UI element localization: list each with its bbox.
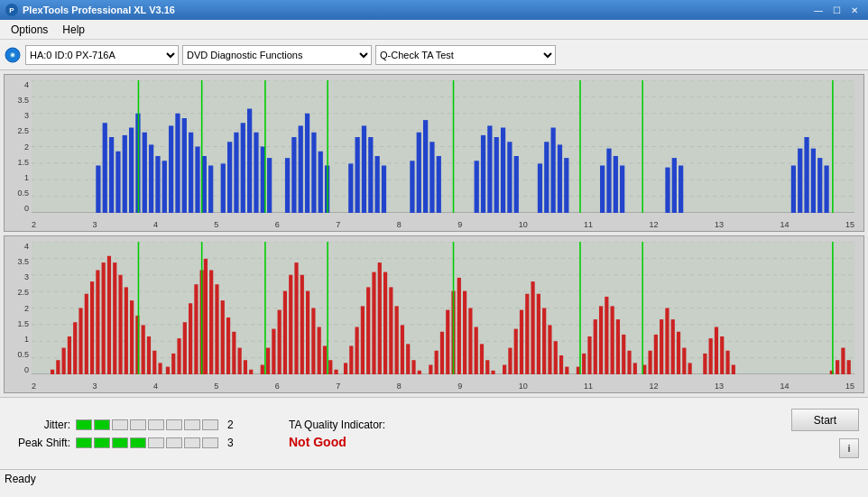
svg-rect-185 <box>537 294 540 374</box>
svg-rect-178 <box>491 371 494 374</box>
svg-rect-130 <box>221 300 225 374</box>
svg-rect-223 <box>847 360 851 374</box>
svg-rect-139 <box>272 329 275 374</box>
svg-rect-99 <box>56 360 60 374</box>
svg-rect-200 <box>622 335 625 374</box>
svg-rect-206 <box>654 335 658 374</box>
svg-rect-51 <box>362 125 366 213</box>
svg-rect-205 <box>648 351 651 374</box>
title-text: PlexTools Professional XL V3.16 <box>23 5 175 15</box>
svg-rect-111 <box>125 287 128 374</box>
close-button[interactable]: ✕ <box>846 3 863 17</box>
svg-rect-167 <box>435 351 439 374</box>
svg-rect-152 <box>344 363 347 374</box>
svg-rect-142 <box>289 275 292 374</box>
svg-rect-127 <box>204 259 208 374</box>
svg-rect-181 <box>514 329 518 374</box>
svg-rect-66 <box>507 142 512 213</box>
peak-shift-label: Peak Shift: <box>9 437 70 449</box>
svg-rect-27 <box>189 133 193 213</box>
info-button[interactable]: i <box>839 438 859 458</box>
svg-rect-194 <box>587 336 591 374</box>
svg-rect-128 <box>209 271 213 375</box>
start-button[interactable]: Start <box>791 409 859 431</box>
svg-rect-174 <box>468 308 472 375</box>
svg-rect-180 <box>508 348 512 374</box>
svg-rect-137 <box>266 348 270 374</box>
device-select[interactable]: HA:0 ID:0 PX-716A <box>25 45 179 65</box>
peak-bar-8 <box>202 437 218 448</box>
svg-rect-162 <box>401 325 404 374</box>
menu-help[interactable]: Help <box>55 22 92 38</box>
svg-rect-46 <box>319 152 323 213</box>
svg-rect-143 <box>294 262 298 374</box>
svg-rect-81 <box>679 166 683 214</box>
jitter-row: Jitter: 2 <box>9 419 262 431</box>
svg-rect-122 <box>183 322 187 374</box>
svg-rect-207 <box>660 319 663 374</box>
cd-icon <box>4 46 22 64</box>
svg-rect-119 <box>166 367 170 374</box>
ta-quality-label: TA Quality Indicator: <box>289 419 469 431</box>
svg-rect-56 <box>417 133 421 213</box>
menu-options[interactable]: Options <box>4 22 55 38</box>
jitter-value: 2 <box>227 419 234 431</box>
jitter-bar-7 <box>184 419 200 430</box>
svg-rect-214 <box>709 338 713 374</box>
svg-rect-222 <box>841 348 845 374</box>
svg-rect-77 <box>620 166 624 214</box>
svg-rect-134 <box>244 360 247 374</box>
toolbar: HA:0 ID:0 PX-716A DVD Diagnostic Functio… <box>0 40 868 70</box>
chart2-y-axis: 4 3.5 3 2.5 2 1.5 1 0.5 0 <box>5 242 32 374</box>
svg-rect-199 <box>616 319 620 374</box>
svg-rect-117 <box>152 351 156 374</box>
test-select[interactable]: Q-Check TA Test <box>375 45 556 65</box>
svg-rect-39 <box>267 158 272 213</box>
svg-rect-201 <box>627 351 631 374</box>
svg-rect-26 <box>182 118 187 213</box>
svg-rect-173 <box>463 291 466 374</box>
svg-rect-84 <box>804 137 808 213</box>
ta-quality-value: Not Good <box>289 435 469 449</box>
svg-rect-136 <box>261 365 264 375</box>
svg-rect-110 <box>118 275 122 374</box>
svg-rect-210 <box>677 332 680 374</box>
svg-rect-144 <box>300 275 304 374</box>
svg-rect-208 <box>665 308 669 375</box>
svg-rect-98 <box>51 370 54 374</box>
svg-rect-79 <box>665 168 669 213</box>
svg-rect-172 <box>457 278 461 374</box>
svg-rect-133 <box>238 348 242 374</box>
svg-rect-220 <box>836 360 839 374</box>
chart2-area <box>32 242 854 374</box>
jitter-bar-2 <box>94 419 110 430</box>
svg-rect-67 <box>514 156 519 213</box>
svg-rect-59 <box>437 156 441 213</box>
svg-rect-87 <box>824 166 828 214</box>
svg-rect-50 <box>356 137 360 213</box>
svg-rect-14 <box>109 137 114 213</box>
jitter-bar-3 <box>112 419 128 430</box>
svg-rect-103 <box>78 308 82 375</box>
svg-rect-140 <box>278 310 282 374</box>
svg-rect-21 <box>155 156 160 213</box>
svg-rect-148 <box>323 346 327 375</box>
svg-rect-209 <box>671 319 675 374</box>
svg-rect-183 <box>525 294 529 374</box>
svg-rect-30 <box>208 166 213 214</box>
svg-rect-211 <box>682 348 686 374</box>
svg-rect-189 <box>559 355 563 374</box>
svg-rect-107 <box>102 262 106 374</box>
svg-rect-61 <box>475 161 479 213</box>
maximize-button[interactable]: ☐ <box>828 3 845 17</box>
function-select[interactable]: DVD Diagnostic Functions <box>182 45 372 65</box>
svg-rect-45 <box>311 133 316 213</box>
svg-rect-52 <box>368 137 373 213</box>
svg-rect-44 <box>305 114 309 213</box>
svg-rect-55 <box>410 161 414 213</box>
svg-rect-177 <box>485 360 489 374</box>
svg-rect-34 <box>234 133 238 213</box>
main-area: 4 3.5 3 2.5 2 1.5 1 0.5 0 <box>0 70 868 397</box>
minimize-button[interactable]: — <box>810 3 826 17</box>
svg-rect-196 <box>599 306 603 374</box>
